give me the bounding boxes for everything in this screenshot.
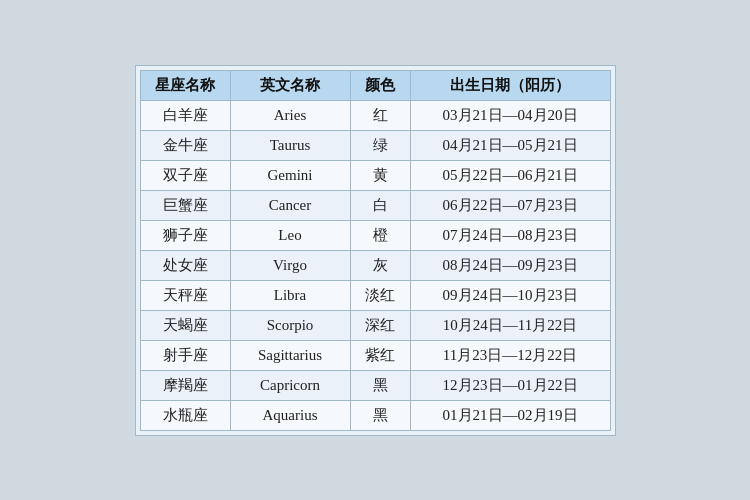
table-row: 水瓶座Aquarius黑01月21日—02月19日 (140, 400, 610, 430)
cell-color: 淡红 (350, 280, 410, 310)
cell-color: 红 (350, 100, 410, 130)
cell-date: 11月23日—12月22日 (410, 340, 610, 370)
cell-color: 黄 (350, 160, 410, 190)
cell-date: 10月24日—11月22日 (410, 310, 610, 340)
cell-zh: 射手座 (140, 340, 230, 370)
cell-en: Gemini (230, 160, 350, 190)
cell-en: Aries (230, 100, 350, 130)
cell-en: Virgo (230, 250, 350, 280)
cell-zh: 天蝎座 (140, 310, 230, 340)
zodiac-table: 星座名称 英文名称 颜色 出生日期（阳历） 白羊座Aries红03月21日—04… (140, 70, 611, 431)
table-row: 狮子座Leo橙07月24日—08月23日 (140, 220, 610, 250)
cell-en: Sagittarius (230, 340, 350, 370)
table-row: 金牛座Taurus绿04月21日—05月21日 (140, 130, 610, 160)
cell-zh: 巨蟹座 (140, 190, 230, 220)
cell-date: 09月24日—10月23日 (410, 280, 610, 310)
cell-zh: 双子座 (140, 160, 230, 190)
cell-date: 07月24日—08月23日 (410, 220, 610, 250)
zodiac-table-container: 星座名称 英文名称 颜色 出生日期（阳历） 白羊座Aries红03月21日—04… (135, 65, 616, 436)
table-row: 射手座Sagittarius紫红11月23日—12月22日 (140, 340, 610, 370)
cell-color: 黑 (350, 400, 410, 430)
cell-date: 12月23日—01月22日 (410, 370, 610, 400)
cell-date: 06月22日—07月23日 (410, 190, 610, 220)
table-row: 双子座Gemini黄05月22日—06月21日 (140, 160, 610, 190)
cell-color: 橙 (350, 220, 410, 250)
cell-en: Cancer (230, 190, 350, 220)
cell-date: 05月22日—06月21日 (410, 160, 610, 190)
cell-en: Scorpio (230, 310, 350, 340)
table-header-row: 星座名称 英文名称 颜色 出生日期（阳历） (140, 70, 610, 100)
table-row: 处女座Virgo灰08月24日—09月23日 (140, 250, 610, 280)
cell-color: 紫红 (350, 340, 410, 370)
cell-en: Leo (230, 220, 350, 250)
cell-color: 绿 (350, 130, 410, 160)
cell-en: Capricorn (230, 370, 350, 400)
header-en: 英文名称 (230, 70, 350, 100)
cell-en: Taurus (230, 130, 350, 160)
cell-zh: 金牛座 (140, 130, 230, 160)
cell-zh: 水瓶座 (140, 400, 230, 430)
cell-date: 03月21日—04月20日 (410, 100, 610, 130)
table-row: 天蝎座Scorpio深红10月24日—11月22日 (140, 310, 610, 340)
cell-date: 04月21日—05月21日 (410, 130, 610, 160)
header-date: 出生日期（阳历） (410, 70, 610, 100)
cell-color: 白 (350, 190, 410, 220)
header-color: 颜色 (350, 70, 410, 100)
table-row: 天秤座Libra淡红09月24日—10月23日 (140, 280, 610, 310)
cell-date: 01月21日—02月19日 (410, 400, 610, 430)
cell-zh: 白羊座 (140, 100, 230, 130)
cell-color: 黑 (350, 370, 410, 400)
cell-en: Aquarius (230, 400, 350, 430)
table-row: 巨蟹座Cancer白06月22日—07月23日 (140, 190, 610, 220)
cell-date: 08月24日—09月23日 (410, 250, 610, 280)
cell-color: 深红 (350, 310, 410, 340)
cell-zh: 天秤座 (140, 280, 230, 310)
cell-en: Libra (230, 280, 350, 310)
table-row: 白羊座Aries红03月21日—04月20日 (140, 100, 610, 130)
cell-color: 灰 (350, 250, 410, 280)
table-body: 白羊座Aries红03月21日—04月20日金牛座Taurus绿04月21日—0… (140, 100, 610, 430)
cell-zh: 狮子座 (140, 220, 230, 250)
cell-zh: 摩羯座 (140, 370, 230, 400)
table-row: 摩羯座Capricorn黑12月23日—01月22日 (140, 370, 610, 400)
header-zh: 星座名称 (140, 70, 230, 100)
cell-zh: 处女座 (140, 250, 230, 280)
